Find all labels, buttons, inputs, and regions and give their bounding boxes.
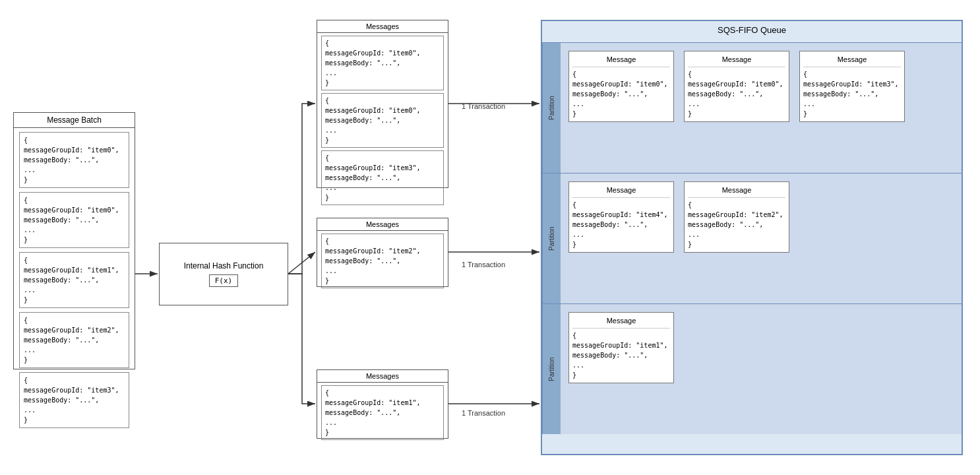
svg-line-2	[288, 252, 315, 274]
partition-label-1: Partition	[542, 43, 561, 173]
mg1-item2: { messageGroupId: "item0", messageBody: …	[321, 93, 444, 148]
mg1-item1: { messageGroupId: "item0", messageBody: …	[321, 36, 444, 90]
messages-group-3: Messages { messageGroupId: "item1", mess…	[317, 369, 448, 439]
transaction-label-1: 1 Transaction	[462, 102, 505, 110]
messages-group-2-title: Messages	[317, 218, 448, 231]
transaction-label-2: 1 Transaction	[462, 261, 505, 269]
partition-1-msg-2: Message { messageGroupId: "item0", messa…	[684, 51, 789, 122]
messages-group-3-title: Messages	[317, 370, 448, 383]
diagram-container: Message Batch { messageGroupId: "item0",…	[0, 0, 980, 475]
partition-row-3: Partition Message { messageGroupId: "ite…	[542, 303, 962, 434]
batch-item-4: { messageGroupId: "item2", messageBody: …	[19, 312, 129, 368]
hash-function-formula: F(x)	[209, 274, 239, 287]
partition-2-msg-1: Message { messageGroupId: "item4", messa…	[568, 181, 674, 253]
partition-1-msg-3: Message { messageGroupId: "item3", messa…	[799, 51, 905, 122]
mg1-item3: { messageGroupId: "item3", messageBody: …	[321, 150, 444, 205]
partition-2-msg-2: Message { messageGroupId: "item2", messa…	[684, 181, 789, 253]
sqs-queue-title: SQS-FIFO Queue	[542, 21, 962, 39]
messages-group-1: Messages { messageGroupId: "item0", mess…	[317, 20, 448, 188]
batch-item-1: { messageGroupId: "item0", messageBody: …	[19, 132, 129, 188]
partition-label-3: Partition	[542, 304, 561, 434]
mg3-item1: { messageGroupId: "item1", messageBody: …	[321, 385, 444, 440]
messages-group-1-title: Messages	[317, 20, 448, 33]
transaction-label-3: 1 Transaction	[462, 409, 505, 417]
partition-label-2: Partition	[542, 174, 561, 303]
message-batch-box: Message Batch { messageGroupId: "item0",…	[13, 112, 135, 369]
partition-1-msg-1: Message { messageGroupId: "item0", messa…	[568, 51, 674, 122]
partition-row-1: Partition Message { messageGroupId: "ite…	[542, 42, 962, 173]
sqs-queue-box: SQS-FIFO Queue Partition Message { messa…	[541, 20, 963, 455]
hash-function-title: Internal Hash Function	[184, 261, 264, 270]
hash-function-box: Internal Hash Function F(x)	[159, 243, 288, 305]
mg2-item1: { messageGroupId: "item2", messageBody: …	[321, 234, 444, 288]
messages-group-2: Messages { messageGroupId: "item2", mess…	[317, 218, 448, 287]
partition-3-msg-1: Message { messageGroupId: "item1", messa…	[568, 312, 674, 383]
batch-item-3: { messageGroupId: "item1", messageBody: …	[19, 252, 129, 308]
partition-row-2: Partition Message { messageGroupId: "ite…	[542, 173, 962, 303]
batch-item-2: { messageGroupId: "item0", messageBody: …	[19, 192, 129, 248]
batch-item-5: { messageGroupId: "item3", messageBody: …	[19, 372, 129, 428]
message-batch-title: Message Batch	[14, 113, 135, 128]
